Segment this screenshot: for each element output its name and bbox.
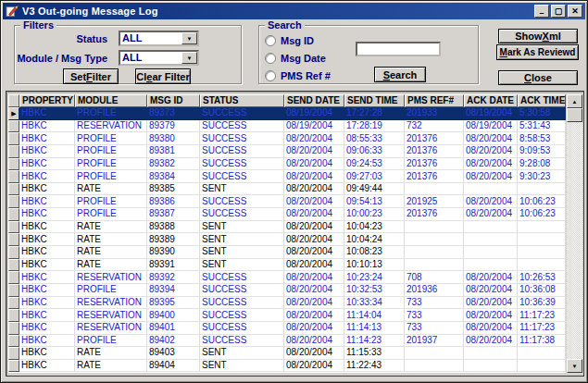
cell-property: HBKC: [19, 309, 75, 322]
cell-status: SENT: [200, 347, 284, 360]
table-row[interactable]: HBKCPROFILE89402SUCCESS08/20/200411:14:2…: [8, 335, 566, 348]
column-header-ack-time[interactable]: ACK TIME: [518, 94, 566, 107]
scrollbar-thumb[interactable]: [567, 108, 582, 122]
row-selector[interactable]: [8, 221, 19, 234]
cell-ack-time: [518, 183, 566, 196]
row-selector[interactable]: [8, 259, 19, 272]
cell-ack-date: [464, 347, 518, 360]
radio-pms-ref-circle[interactable]: [265, 70, 276, 81]
cell-send-time: 10:32:53: [344, 284, 405, 297]
table-row[interactable]: HBKCRESERVATION89392SUCCESS08/20/200410:…: [8, 271, 566, 284]
scroll-up-button[interactable]: ▲: [567, 94, 582, 108]
table-row[interactable]: HBKCPROFILE89384SUCCESS08/20/200409:27:0…: [8, 170, 566, 183]
mark-as-reviewed-button[interactable]: Mark As Reviewd: [496, 44, 579, 60]
row-selector[interactable]: [8, 208, 19, 221]
show-xml-button[interactable]: Show Xml: [498, 29, 578, 43]
status-dropdown-arrow-icon[interactable]: ▼: [181, 32, 197, 44]
table-row[interactable]: HBKCRESERVATION89400SUCCESS08/20/200411:…: [8, 309, 566, 322]
table-row[interactable]: HBKCRATE89388SENT08/20/200410:04:23: [8, 221, 566, 234]
table-row[interactable]: HBKCRESERVATION89379SUCCESS08/19/200417:…: [8, 120, 566, 133]
column-header-status[interactable]: STATUS: [200, 94, 284, 107]
app-icon: [6, 5, 19, 18]
row-selector[interactable]: [8, 309, 19, 322]
cell-module: RATE: [75, 246, 147, 259]
row-selector[interactable]: [8, 297, 19, 310]
scroll-down-icon: ▼: [572, 364, 578, 369]
radio-pms-ref[interactable]: PMS Ref #: [265, 69, 331, 81]
cell-module: RATE: [75, 360, 147, 373]
status-dropdown[interactable]: ALL ▼: [119, 31, 199, 46]
row-selector[interactable]: [8, 120, 19, 133]
cell-send-date: 08/20/2004: [284, 297, 344, 310]
table-row[interactable]: HBKCPROFILE89386SUCCESS08/20/200409:54:1…: [8, 195, 566, 208]
minimize-button[interactable]: –: [534, 5, 549, 18]
radio-msg-id-label: Msg ID: [281, 35, 314, 46]
column-header-ack-date[interactable]: ACK DATE: [464, 94, 518, 107]
close-button[interactable]: Close: [498, 70, 578, 85]
vertical-scrollbar[interactable]: ▲ ▼: [567, 94, 582, 373]
search-input[interactable]: [356, 42, 441, 56]
scrollbar-track[interactable]: [567, 122, 582, 359]
table-row[interactable]: HBKCPROFILE89387SUCCESS08/20/200410:00:2…: [8, 208, 566, 221]
radio-msg-id-circle[interactable]: [265, 35, 276, 46]
table-row[interactable]: HBKCPROFILE89381SUCCESS08/20/200409:06:3…: [8, 145, 566, 158]
row-selector[interactable]: [8, 145, 19, 158]
table-row[interactable]: HBKCRATE89404SENT08/20/200411:22:43: [8, 360, 566, 373]
selected-row-marker-icon[interactable]: ▶: [8, 107, 19, 120]
row-selector[interactable]: [8, 132, 19, 145]
table-row[interactable]: HBKCRATE89389SENT08/20/200410:04:24: [8, 233, 566, 246]
cell-property: HBKC: [19, 120, 75, 133]
column-header-property[interactable]: PROPERTY: [19, 94, 75, 107]
scroll-down-button[interactable]: ▼: [567, 359, 582, 373]
table-row[interactable]: HBKCPROFILE89382SUCCESS08/20/200409:24:5…: [8, 158, 566, 171]
clear-filter-button[interactable]: Clear Filter: [135, 68, 191, 84]
row-selector[interactable]: [8, 347, 19, 360]
cell-pms-ref: 201376: [405, 132, 464, 145]
row-selector[interactable]: [8, 233, 19, 246]
cell-send-date: 08/20/2004: [284, 322, 344, 335]
row-selector[interactable]: [8, 170, 19, 183]
row-selector[interactable]: [8, 335, 19, 348]
radio-pms-ref-label: PMS Ref #: [281, 70, 331, 81]
row-selector[interactable]: [8, 183, 19, 196]
table-row[interactable]: HBKCRATE89403SENT08/20/200411:15:33: [8, 347, 566, 360]
table-row[interactable]: HBKCRATE89391SENT08/20/200410:10:13: [8, 259, 566, 272]
column-header-module[interactable]: MODULE: [75, 94, 147, 107]
search-button[interactable]: Search: [374, 67, 426, 82]
column-header-msg-id[interactable]: MSG ID: [147, 94, 200, 107]
maximize-button[interactable]: ▢: [551, 5, 566, 18]
grid-main: PROPERTY MODULE MSG ID STATUS SEND DATE …: [8, 94, 566, 373]
row-selector[interactable]: [8, 322, 19, 335]
close-window-button[interactable]: ✕: [568, 5, 582, 18]
module-type-dropdown[interactable]: ALL ▼: [119, 50, 199, 66]
cell-ack-time: [518, 347, 566, 360]
row-selector[interactable]: [8, 158, 19, 171]
module-type-dropdown-arrow-icon[interactable]: ▼: [181, 52, 197, 64]
table-row[interactable]: HBKCPROFILE89394SUCCESS08/20/200410:32:5…: [8, 284, 566, 297]
row-selector[interactable]: [8, 195, 19, 208]
row-selector[interactable]: [8, 284, 19, 297]
table-row[interactable]: HBKCPROFILE89380SUCCESS08/20/200408:55:3…: [8, 132, 566, 145]
table-row[interactable]: HBKCRATE89390SENT08/20/200410:08:23: [8, 246, 566, 259]
radio-msg-id[interactable]: Msg ID: [265, 34, 314, 46]
table-row[interactable]: HBKCRATE89385SENT08/20/200409:49:44: [8, 183, 566, 196]
set-filter-button[interactable]: Set Filter: [63, 68, 119, 84]
row-selector[interactable]: [8, 271, 19, 284]
cell-status: SUCCESS: [200, 120, 284, 133]
cell-send-time: 09:06:33: [344, 145, 405, 158]
row-selector[interactable]: [8, 360, 19, 373]
column-header-send-time[interactable]: SEND TIME: [344, 94, 405, 107]
cell-pms-ref: 201937: [405, 335, 464, 348]
table-row[interactable]: ▶HBKCPROFILE89373SUCCESS08/19/200417:27:…: [8, 107, 566, 120]
radio-msg-date-circle[interactable]: [265, 53, 276, 64]
cell-pms-ref: [405, 246, 464, 259]
table-row[interactable]: HBKCRESERVATION89395SUCCESS08/20/200410:…: [8, 297, 566, 310]
cell-pms-ref: 733: [405, 322, 464, 335]
radio-msg-date[interactable]: Msg Date: [265, 52, 326, 64]
row-selector[interactable]: [8, 246, 19, 259]
cell-msg-id: 89373: [147, 107, 200, 120]
column-header-pms-ref[interactable]: PMS REF#: [405, 94, 464, 107]
column-header-send-date[interactable]: SEND DATE: [284, 94, 344, 107]
cell-module: PROFILE: [75, 335, 147, 348]
table-row[interactable]: HBKCRESERVATION89401SUCCESS08/20/200411:…: [8, 322, 566, 335]
